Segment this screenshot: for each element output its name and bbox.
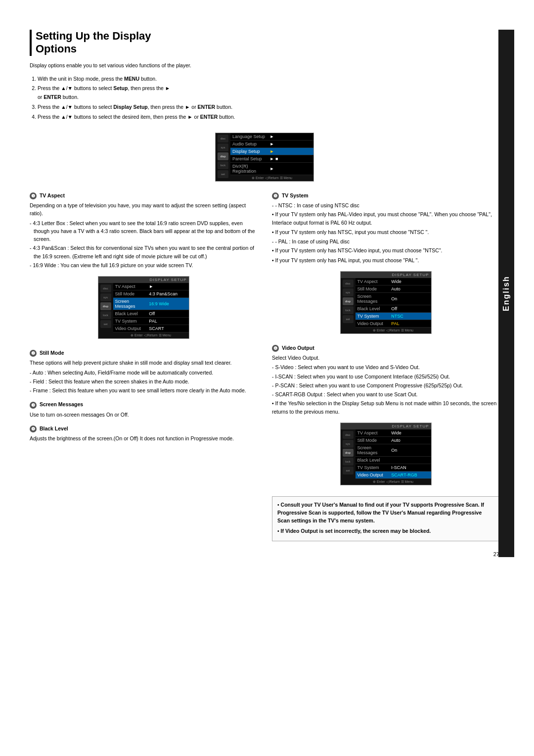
menu-row: TV System I-SCAN (356, 464, 431, 471)
sidebar-icon-2: sys (218, 143, 228, 151)
menu-row: TV System PAL (113, 318, 189, 325)
note-box: • Consult your TV User's Manual to find … (272, 496, 499, 541)
black-level-heading: ❹ Black Level (30, 425, 257, 432)
sidebar-sys2: sys (343, 288, 354, 296)
sidebar-disc: disc (100, 284, 111, 292)
video-output-menu-wrapper: DISPLAY SETUP disc sys disp lock set (272, 419, 499, 489)
page-title: Setting Up the Display Options (30, 30, 499, 56)
sidebar-icon-5: set (218, 170, 228, 178)
tv-system-menu-wrapper: DISPLAY SETUP disc sys disp lock set (272, 267, 499, 338)
menu-table: Language Setup ► Audio Setup ► Display S… (230, 133, 313, 175)
sidebar-lock3: lock (343, 458, 354, 466)
tv-system-content: - NTSC : In case of using NTSC disc • If… (272, 201, 499, 264)
step-3: Press the ▲/▼ buttons to select Display … (38, 103, 499, 112)
step-1: With the unit in Stop mode, press the ME… (38, 75, 499, 84)
section-num-6: ❻ (272, 345, 279, 352)
tv-aspect-menu-wrapper: DISPLAY SETUP disc sys disp lock set (30, 272, 257, 343)
sidebar-disc3: disc (343, 431, 354, 439)
video-output-heading: ❻ Video Output (272, 345, 499, 352)
sidebar-set3: set (343, 467, 354, 474)
tv-system-table: TV Aspect Wide Still Mode Auto (356, 278, 431, 328)
tv-system-heading: ❺ TV System (272, 192, 499, 199)
tv-aspect-sidebar: disc sys disp lock set (98, 283, 113, 338)
still-mode-content: These options will help prevent picture … (30, 359, 257, 394)
note-item-2: • If Video Output is set incorrectly, th… (277, 527, 494, 535)
menu-row: TV Aspect Wide (356, 429, 431, 437)
section-num-3: ❸ (30, 402, 37, 409)
menu-bottom-bar: ⊕ Enter ◁ Return ☰ Menu (230, 175, 313, 181)
tv-aspect-menu: DISPLAY SETUP disc sys disp lock set (98, 276, 189, 339)
sidebar-disp2: disp (343, 297, 354, 305)
menu-row: Still Mode Auto (356, 436, 431, 444)
menu-row-highlighted: Video Output SCART-RGB (356, 471, 431, 478)
step-2: Press the ▲/▼ buttons to select Setup, t… (38, 84, 499, 102)
menu-row: Language Setup ► (230, 133, 313, 141)
menu-row-highlighted: Screen Messages 16:9 Wide (113, 298, 189, 310)
menu-row: Audio Setup ► (230, 140, 313, 147)
sidebar-disp3: disp (343, 449, 354, 457)
tv-aspect-menu-main: TV Aspect ► Still Mode 4:3 Pan&Scan (113, 283, 189, 338)
sidebar-icon-3: disp (218, 152, 228, 160)
section-tv-aspect: ❶ TV Aspect Depending on a type of telev… (30, 192, 257, 343)
tv-aspect-content: Depending on a type of television you ha… (30, 201, 257, 269)
menu-row: Black Level (356, 456, 431, 464)
section-num-5: ❺ (272, 192, 279, 199)
section-tv-system: ❺ TV System - NTSC : In case of using NT… (272, 192, 499, 338)
menu-row-highlighted: TV System NTSC (356, 312, 431, 320)
section-num-1: ❶ (30, 192, 37, 199)
tv-aspect-heading: ❶ TV Aspect (30, 192, 257, 199)
sidebar-sys3: sys (343, 440, 354, 448)
tv-system-menu-main: TV Aspect Wide Still Mode Auto (356, 278, 431, 333)
video-output-table: TV Aspect Wide Still Mode Auto (356, 429, 431, 479)
menu-title: DISPLAY SETUP (98, 277, 189, 283)
sidebar-disp: disp (100, 302, 111, 310)
english-tab: English (498, 30, 514, 557)
video-output-sidebar: disc sys disp lock set (341, 429, 356, 485)
section-screen-messages: ❸ Screen Messages Use to turn on-screen … (30, 401, 257, 418)
sidebar-lock2: lock (343, 306, 354, 314)
menu-row: Screen Messages On (356, 292, 431, 305)
menu-row: Video Output SCART (113, 325, 189, 332)
section-num-2: ❷ (30, 350, 37, 357)
menu-main: Language Setup ► Audio Setup ► Display S… (230, 133, 313, 181)
title-line1: Setting Up the Display (36, 30, 151, 42)
screen-messages-heading: ❸ Screen Messages (30, 401, 257, 408)
section-still-mode: ❷ Still Mode These options will help pre… (30, 350, 257, 394)
step-4: Press the ▲/▼ buttons to select the desi… (38, 113, 499, 122)
page-number: 27 (30, 551, 499, 557)
video-output-menu-main: TV Aspect Wide Still Mode Auto (356, 429, 431, 485)
menu-row-highlighted: Display Setup ► (230, 147, 313, 155)
main-menu-screenshot-wrapper: disc sys disp lock set Language Setup ► (30, 129, 499, 186)
menu-row: Screen Messages On (356, 444, 431, 456)
menu-row: Still Mode 4:3 Pan&Scan (113, 290, 189, 298)
video-output-bottom: ⊕ Enter ◁ Return ☰ Menu (356, 479, 431, 485)
note-item-1: • Consult your TV User's Manual to find … (277, 501, 494, 525)
tv-aspect-table: TV Aspect ► Still Mode 4:3 Pan&Scan (113, 283, 189, 332)
sidebar-icon-4: lock (218, 161, 228, 169)
section-video-output: ❻ Video Output Select Video Output. S-Vi… (272, 345, 499, 489)
page-container: Setting Up the Display Options Display o… (30, 30, 504, 557)
menu-row: Black Level Off (113, 310, 189, 318)
screen-messages-content: Use to turn on-screen messages On or Off… (30, 411, 257, 419)
still-mode-heading: ❷ Still Mode (30, 350, 257, 357)
menu-row: Black Level Off (356, 305, 431, 312)
black-level-content: Adjusts the brightness of the screen.(On… (30, 434, 257, 442)
menu-row: Still Mode Auto (356, 285, 431, 292)
menu-row: TV Aspect ► (113, 283, 189, 290)
tv-system-menu: DISPLAY SETUP disc sys disp lock set (340, 271, 432, 334)
video-output-content: Select Video Output. S-Video : Select wh… (272, 354, 499, 416)
sidebar-set: set (100, 320, 111, 328)
sidebar-icon-1: disc (218, 135, 228, 142)
video-output-menu: DISPLAY SETUP disc sys disp lock set (340, 423, 432, 485)
tv-system-bottom: ⊕ Enter ◁ Return ☰ Menu (356, 328, 431, 333)
menu-row: Parental Setup ► ■ (230, 155, 313, 162)
right-column: ❺ TV System - NTSC : In case of using NT… (272, 192, 499, 541)
video-output-menu-title: DISPLAY SETUP (341, 423, 431, 429)
two-column-layout: ❶ TV Aspect Depending on a type of telev… (30, 192, 499, 541)
title-line2: Options (36, 43, 77, 55)
menu-row: TV Aspect Wide (356, 278, 431, 285)
steps-list: With the unit in Stop mode, press the ME… (30, 75, 499, 122)
main-content: Setting Up the Display Options Display o… (30, 30, 504, 557)
menu-sidebar: disc sys disp lock set (216, 133, 230, 181)
sidebar-lock: lock (100, 311, 111, 319)
